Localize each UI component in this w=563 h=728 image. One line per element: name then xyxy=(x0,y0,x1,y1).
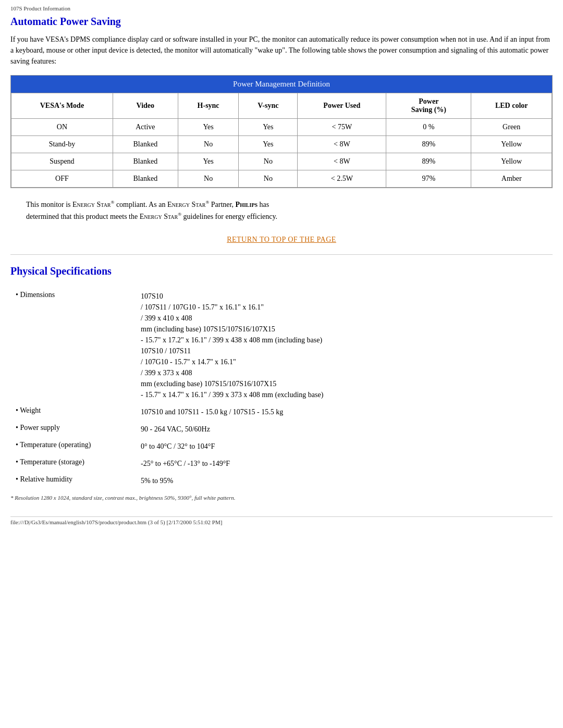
table-cell: OFF xyxy=(11,170,113,188)
table-cell: 0 % xyxy=(386,119,471,136)
spec-value: -25° to +65°C / -13° to -149°F xyxy=(136,455,553,472)
table-cell: Yellow xyxy=(471,153,552,170)
table-cell: 89% xyxy=(386,153,471,170)
col-video: Video xyxy=(113,93,178,119)
table-cell: Yes xyxy=(239,119,298,136)
spec-label: • Temperature (operating) xyxy=(10,438,136,455)
return-to-top-link[interactable]: RETURN TO TOP OF THE PAGE xyxy=(227,236,336,243)
divider xyxy=(10,254,553,255)
table-cell: 89% xyxy=(386,136,471,153)
list-item: • Relative humidity5% to 95% xyxy=(10,472,553,489)
col-power-saving: PowerSaving (%) xyxy=(386,93,471,119)
table-row: ONActiveYesYes< 75W0 %Green xyxy=(11,119,552,136)
intro-paragraph: If you have VESA's DPMS compliance displ… xyxy=(10,34,553,67)
table-cell: No xyxy=(239,153,298,170)
table-cell: < 8W xyxy=(298,153,386,170)
spec-value: 5% to 95% xyxy=(136,472,553,489)
spec-value: 0° to 40°C / 32° to 104°F xyxy=(136,438,553,455)
energy-star-text: This monitor is Energy Star® compliant. … xyxy=(26,201,277,220)
table-cell: ON xyxy=(11,119,113,136)
energy-star-section: This monitor is Energy Star® compliant. … xyxy=(26,199,553,223)
table-cell: < 2.5W xyxy=(298,170,386,188)
table-cell: No xyxy=(178,170,238,188)
col-led-color: LED color xyxy=(471,93,552,119)
spec-value: 107S10/ 107S11 / 107G10 - 15.7" x 16.1" … xyxy=(136,288,553,403)
table-cell: Yellow xyxy=(471,136,552,153)
table-header-row: VESA's Mode Video H-sync V-sync Power Us… xyxy=(11,93,552,119)
list-item: • Temperature (operating)0° to 40°C / 32… xyxy=(10,438,553,455)
spec-value: 90 - 264 VAC, 50/60Hz xyxy=(136,421,553,438)
table-cell: Suspend xyxy=(11,153,113,170)
spec-label: • Power supply xyxy=(10,421,136,438)
table-cell: 97% xyxy=(386,170,471,188)
table-cell: No xyxy=(178,136,238,153)
table-cell: < 8W xyxy=(298,136,386,153)
table-cell: Green xyxy=(471,119,552,136)
col-hsync: H-sync xyxy=(178,93,238,119)
status-bar: file:///D|/Gs3/Es/manual/english/107S/pr… xyxy=(10,516,553,525)
power-table-header: Power Management Definition xyxy=(11,76,552,93)
table-cell: Blanked xyxy=(113,153,178,170)
footnote: * Resolution 1280 x 1024, standard size,… xyxy=(10,495,553,501)
table-cell: Blanked xyxy=(113,170,178,188)
power-management-table-wrapper: Power Management Definition VESA's Mode … xyxy=(10,75,553,188)
table-cell: Stand-by xyxy=(11,136,113,153)
browser-bar: 107S Product Information xyxy=(10,5,553,11)
table-cell: < 75W xyxy=(298,119,386,136)
col-vsync: V-sync xyxy=(239,93,298,119)
specs-table: • Dimensions107S10/ 107S11 / 107G10 - 15… xyxy=(10,288,553,489)
power-table: VESA's Mode Video H-sync V-sync Power Us… xyxy=(11,93,552,188)
list-item: • Dimensions107S10/ 107S11 / 107G10 - 15… xyxy=(10,288,553,403)
table-cell: No xyxy=(239,170,298,188)
spec-value: 107S10 and 107S11 - 15.0 kg / 107S15 - 1… xyxy=(136,403,553,421)
table-cell: Yes xyxy=(178,119,238,136)
col-vesa-mode: VESA's Mode xyxy=(11,93,113,119)
spec-label: • Dimensions xyxy=(10,288,136,403)
spec-label: • Temperature (storage) xyxy=(10,455,136,472)
list-item: • Power supply90 - 264 VAC, 50/60Hz xyxy=(10,421,553,438)
table-row: SuspendBlankedYesNo< 8W89%Yellow xyxy=(11,153,552,170)
table-cell: Yes xyxy=(239,136,298,153)
spec-label: • Weight xyxy=(10,403,136,421)
spec-label: • Relative humidity xyxy=(10,472,136,489)
list-item: • Weight107S10 and 107S11 - 15.0 kg / 10… xyxy=(10,403,553,421)
table-cell: Yes xyxy=(178,153,238,170)
table-cell: Amber xyxy=(471,170,552,188)
table-cell: Active xyxy=(113,119,178,136)
list-item: • Temperature (storage)-25° to +65°C / -… xyxy=(10,455,553,472)
table-cell: Blanked xyxy=(113,136,178,153)
table-row: Stand-byBlankedNoYes< 8W89%Yellow xyxy=(11,136,552,153)
section1-title: Automatic Power Saving xyxy=(10,16,553,28)
table-row: OFFBlankedNoNo< 2.5W97%Amber xyxy=(11,170,552,188)
col-power-used: Power Used xyxy=(298,93,386,119)
return-link-container: RETURN TO TOP OF THE PAGE xyxy=(10,235,553,244)
section2-title: Physical Specifications xyxy=(10,265,553,277)
